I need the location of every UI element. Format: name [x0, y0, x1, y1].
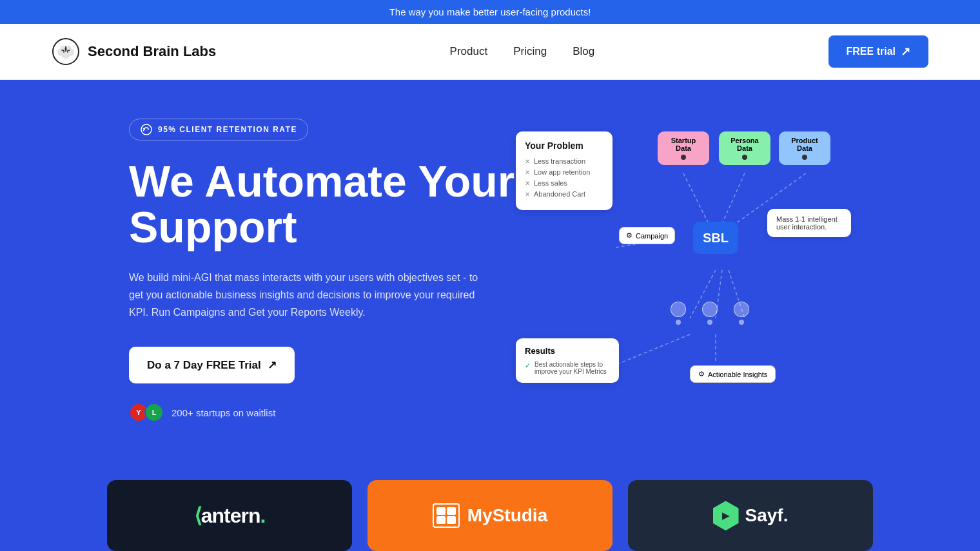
user-circle	[671, 302, 686, 317]
results-title: Results	[525, 346, 610, 356]
nav-product[interactable]: Product	[450, 45, 488, 58]
trial-button[interactable]: Do a 7 Day FREE Trial ↗	[129, 347, 295, 383]
nav-pricing[interactable]: Pricing	[513, 45, 547, 58]
results-item: ✓ Best actionable steps to improve your …	[525, 361, 610, 375]
user-circle	[702, 302, 718, 317]
ms-icon	[433, 503, 460, 528]
user-dot	[676, 320, 681, 325]
mystudia-text: MyStudia	[467, 505, 547, 526]
your-problem-title: Your Problem	[525, 140, 603, 151]
hero-diagram: Your Problem ✕ Less transaction ✕ Low ap…	[516, 131, 851, 402]
problem-item-3: ✕ Less sales	[525, 179, 603, 187]
campaign-node: ⚙ Campaign	[619, 227, 675, 244]
user-dot	[739, 320, 744, 325]
card-dot	[681, 155, 686, 160]
arrow-icon: ↗	[901, 44, 910, 59]
card-dot	[742, 155, 747, 160]
svg-point-1	[141, 124, 152, 135]
user-circle	[734, 302, 749, 317]
product-data-card: ProductData	[779, 131, 830, 165]
sbl-node: SBL	[693, 222, 738, 254]
refresh-icon	[140, 123, 153, 136]
your-problem-card: Your Problem ✕ Less transaction ✕ Low ap…	[516, 131, 612, 210]
user-icons-row	[671, 302, 749, 325]
sayf-text: Sayf.	[745, 505, 789, 526]
check-icon: ✓	[525, 362, 531, 370]
antern-logo-card: ⟨antern.	[107, 480, 352, 551]
waitlist-row: Y L 200+ startups on waitlist	[129, 403, 514, 422]
badge-text: 95% CLIENT RETENTION RATE	[158, 125, 297, 134]
persona-data-card: PersonaData	[719, 131, 770, 165]
x-icon: ✕	[525, 180, 530, 187]
actionable-insights-node: ⚙ Actionable Insights	[690, 365, 776, 383]
top-banner: The way you make better user-facing prod…	[0, 0, 980, 24]
mystudia-logo: MyStudia	[433, 503, 547, 528]
card-dot	[802, 155, 807, 160]
free-trial-button[interactable]: FREE trial ↗	[828, 35, 928, 68]
retention-badge: 95% CLIENT RETENTION RATE	[129, 119, 308, 140]
persona-label: PersonaData	[727, 137, 763, 152]
user-dot	[707, 320, 712, 325]
waitlist-text: 200+ startups on waitlist	[172, 407, 275, 418]
antern-logo: ⟨antern.	[194, 503, 266, 528]
sayf-hex-icon: ▶	[713, 501, 739, 530]
campaign-icon: ⚙	[626, 231, 632, 240]
sayf-logo-card: ▶ Sayf.	[628, 480, 873, 551]
sayf-logo: ▶ Sayf.	[713, 501, 789, 530]
startup-data-card: StartupData	[658, 131, 709, 165]
user-icon-2	[702, 302, 718, 325]
logos-row: ⟨antern. MyStudia ▶ Sayf.	[39, 480, 941, 551]
results-card: Results ✓ Best actionable steps to impro…	[516, 338, 619, 383]
problem-item-4: ✕ Abandoned Cart	[525, 190, 603, 198]
navbar: Second Brain Labs Product Pricing Blog F…	[0, 24, 980, 80]
hero-description: We build mini-AGI that mass interacts wi…	[129, 269, 490, 322]
logos-section: ⟨antern. MyStudia ▶ Sayf.	[39, 461, 941, 551]
brain-icon	[52, 37, 80, 66]
nav-links: Product Pricing Blog	[450, 45, 595, 58]
mystudia-logo-card: MyStudia	[368, 480, 612, 551]
user-icon-3	[734, 302, 749, 325]
user-icon-1	[671, 302, 686, 325]
banner-text: The way you make better user-facing prod…	[389, 6, 591, 17]
product-label: ProductData	[787, 137, 823, 152]
hero-section: 95% CLIENT RETENTION RATE We Automate Yo…	[77, 80, 903, 461]
logo-text: Second Brain Labs	[88, 43, 216, 60]
x-icon: ✕	[525, 169, 530, 176]
x-icon: ✕	[525, 158, 530, 165]
insights-icon: ⚙	[698, 370, 705, 378]
problem-item-2: ✕ Low app retention	[525, 168, 603, 176]
hero-title: We Automate Your Support	[129, 159, 514, 251]
nav-blog[interactable]: Blog	[573, 45, 594, 58]
arrow-icon: ↗	[268, 358, 277, 372]
svg-line-9	[619, 334, 690, 363]
avatar-2: L	[144, 403, 164, 422]
hero-left: 95% CLIENT RETENTION RATE We Automate Yo…	[129, 119, 514, 461]
problem-item-1: ✕ Less transaction	[525, 157, 603, 165]
startup-label: StartupData	[665, 137, 701, 152]
logo-area: Second Brain Labs	[52, 37, 216, 66]
x-icon: ✕	[525, 191, 530, 198]
avatar-group: Y L	[129, 403, 164, 422]
mass-interaction-card: Mass 1-1 intelligent user interaction.	[767, 209, 851, 237]
